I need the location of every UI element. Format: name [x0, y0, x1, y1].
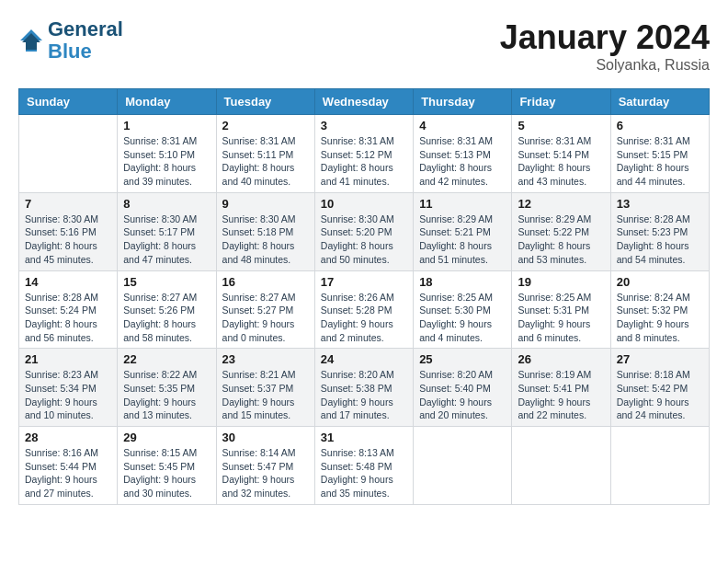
day-number: 16 — [222, 275, 309, 289]
day-number: 17 — [321, 275, 407, 289]
logo-text: GeneralBlue — [48, 18, 123, 63]
weekday-header: Saturday — [610, 89, 709, 115]
calendar-cell: 29Sunrise: 8:15 AMSunset: 5:45 PMDayligh… — [118, 427, 216, 505]
calendar-cell: 16Sunrise: 8:27 AMSunset: 5:27 PMDayligh… — [216, 270, 314, 349]
day-number: 25 — [419, 352, 506, 366]
weekday-header: Wednesday — [314, 89, 413, 115]
day-number: 2 — [222, 119, 309, 132]
day-number: 13 — [617, 197, 703, 211]
day-number: 19 — [518, 275, 604, 289]
day-info: Sunrise: 8:15 AMSunset: 5:45 PMDaylight:… — [123, 446, 210, 500]
month-title: January 2024 — [500, 18, 710, 57]
calendar-cell — [512, 427, 610, 505]
logo-icon — [18, 28, 44, 53]
day-info: Sunrise: 8:25 AMSunset: 5:31 PMDaylight:… — [518, 291, 604, 345]
day-info: Sunrise: 8:31 AMSunset: 5:14 PMDaylight:… — [518, 134, 604, 189]
calendar-table: SundayMondayTuesdayWednesdayThursdayFrid… — [18, 88, 710, 505]
calendar-cell: 5Sunrise: 8:31 AMSunset: 5:14 PMDaylight… — [512, 115, 610, 193]
calendar-cell: 8Sunrise: 8:30 AMSunset: 5:17 PMDaylight… — [118, 192, 216, 270]
calendar-cell: 1Sunrise: 8:31 AMSunset: 5:10 PMDaylight… — [118, 115, 216, 193]
day-number: 28 — [25, 431, 111, 444]
calendar-cell: 10Sunrise: 8:30 AMSunset: 5:20 PMDayligh… — [314, 192, 413, 270]
day-number: 23 — [222, 352, 309, 366]
day-number: 7 — [25, 197, 111, 211]
calendar-cell — [414, 427, 512, 505]
calendar-cell: 2Sunrise: 8:31 AMSunset: 5:11 PMDaylight… — [216, 115, 314, 193]
day-number: 11 — [419, 197, 506, 211]
day-info: Sunrise: 8:22 AMSunset: 5:35 PMDaylight:… — [123, 368, 210, 422]
day-info: Sunrise: 8:19 AMSunset: 5:41 PMDaylight:… — [518, 368, 604, 422]
calendar-cell: 23Sunrise: 8:21 AMSunset: 5:37 PMDayligh… — [216, 349, 314, 427]
calendar-header-row: SundayMondayTuesdayWednesdayThursdayFrid… — [19, 89, 710, 115]
day-info: Sunrise: 8:14 AMSunset: 5:47 PMDaylight:… — [222, 446, 309, 500]
calendar-week-row: 14Sunrise: 8:28 AMSunset: 5:24 PMDayligh… — [19, 270, 710, 349]
day-info: Sunrise: 8:27 AMSunset: 5:27 PMDaylight:… — [222, 291, 309, 345]
day-number: 10 — [321, 197, 407, 211]
day-info: Sunrise: 8:30 AMSunset: 5:16 PMDaylight:… — [25, 213, 111, 267]
calendar-cell — [19, 115, 118, 193]
day-info: Sunrise: 8:30 AMSunset: 5:20 PMDaylight:… — [321, 213, 407, 267]
day-info: Sunrise: 8:26 AMSunset: 5:28 PMDaylight:… — [321, 291, 407, 345]
day-number: 21 — [25, 352, 111, 366]
day-number: 8 — [123, 197, 210, 211]
calendar-cell: 18Sunrise: 8:25 AMSunset: 5:30 PMDayligh… — [414, 270, 512, 349]
day-number: 29 — [123, 431, 210, 444]
calendar-cell: 26Sunrise: 8:19 AMSunset: 5:41 PMDayligh… — [512, 349, 610, 427]
day-info: Sunrise: 8:18 AMSunset: 5:42 PMDaylight:… — [617, 368, 703, 422]
calendar-cell: 17Sunrise: 8:26 AMSunset: 5:28 PMDayligh… — [314, 270, 413, 349]
calendar-cell: 19Sunrise: 8:25 AMSunset: 5:31 PMDayligh… — [512, 270, 610, 349]
calendar-cell: 25Sunrise: 8:20 AMSunset: 5:40 PMDayligh… — [414, 349, 512, 427]
weekday-header: Tuesday — [216, 89, 314, 115]
location: Solyanka, Russia — [500, 57, 710, 74]
day-number: 9 — [222, 197, 309, 211]
weekday-header: Monday — [118, 89, 216, 115]
weekday-header: Thursday — [414, 89, 512, 115]
calendar-week-row: 21Sunrise: 8:23 AMSunset: 5:34 PMDayligh… — [19, 349, 710, 427]
day-number: 3 — [321, 119, 407, 132]
calendar-cell: 6Sunrise: 8:31 AMSunset: 5:15 PMDaylight… — [610, 115, 709, 193]
day-info: Sunrise: 8:29 AMSunset: 5:22 PMDaylight:… — [518, 213, 604, 267]
calendar-cell: 27Sunrise: 8:18 AMSunset: 5:42 PMDayligh… — [610, 349, 709, 427]
day-info: Sunrise: 8:21 AMSunset: 5:37 PMDaylight:… — [222, 368, 309, 422]
day-info: Sunrise: 8:30 AMSunset: 5:17 PMDaylight:… — [123, 213, 210, 267]
day-info: Sunrise: 8:25 AMSunset: 5:30 PMDaylight:… — [419, 291, 506, 345]
logo: GeneralBlue — [18, 18, 123, 63]
calendar-cell: 12Sunrise: 8:29 AMSunset: 5:22 PMDayligh… — [512, 192, 610, 270]
day-info: Sunrise: 8:28 AMSunset: 5:23 PMDaylight:… — [617, 213, 703, 267]
calendar-cell: 20Sunrise: 8:24 AMSunset: 5:32 PMDayligh… — [610, 270, 709, 349]
calendar-cell: 3Sunrise: 8:31 AMSunset: 5:12 PMDaylight… — [314, 115, 413, 193]
day-info: Sunrise: 8:30 AMSunset: 5:18 PMDaylight:… — [222, 213, 309, 267]
day-info: Sunrise: 8:31 AMSunset: 5:15 PMDaylight:… — [617, 134, 703, 189]
day-info: Sunrise: 8:13 AMSunset: 5:48 PMDaylight:… — [321, 446, 407, 500]
day-number: 22 — [123, 352, 210, 366]
calendar-cell: 11Sunrise: 8:29 AMSunset: 5:21 PMDayligh… — [414, 192, 512, 270]
calendar-cell: 31Sunrise: 8:13 AMSunset: 5:48 PMDayligh… — [314, 427, 413, 505]
calendar-cell: 14Sunrise: 8:28 AMSunset: 5:24 PMDayligh… — [19, 270, 118, 349]
day-number: 5 — [518, 119, 604, 132]
calendar-week-row: 28Sunrise: 8:16 AMSunset: 5:44 PMDayligh… — [19, 427, 710, 505]
day-number: 14 — [25, 275, 111, 289]
day-number: 12 — [518, 197, 604, 211]
day-number: 30 — [222, 431, 309, 444]
calendar-week-row: 1Sunrise: 8:31 AMSunset: 5:10 PMDaylight… — [19, 115, 710, 193]
calendar-cell: 7Sunrise: 8:30 AMSunset: 5:16 PMDaylight… — [19, 192, 118, 270]
calendar-cell — [610, 427, 709, 505]
day-number: 27 — [617, 352, 703, 366]
calendar-cell: 21Sunrise: 8:23 AMSunset: 5:34 PMDayligh… — [19, 349, 118, 427]
svg-marker-1 — [22, 33, 40, 50]
day-number: 18 — [419, 275, 506, 289]
page-header: GeneralBlue January 2024 Solyanka, Russi… — [18, 18, 710, 74]
day-number: 15 — [123, 275, 210, 289]
weekday-header: Sunday — [19, 89, 118, 115]
weekday-header: Friday — [512, 89, 610, 115]
day-number: 24 — [321, 352, 407, 366]
calendar-cell: 28Sunrise: 8:16 AMSunset: 5:44 PMDayligh… — [19, 427, 118, 505]
day-info: Sunrise: 8:28 AMSunset: 5:24 PMDaylight:… — [25, 291, 111, 345]
day-info: Sunrise: 8:31 AMSunset: 5:12 PMDaylight:… — [321, 134, 407, 189]
calendar-cell: 13Sunrise: 8:28 AMSunset: 5:23 PMDayligh… — [610, 192, 709, 270]
day-number: 1 — [123, 119, 210, 132]
day-info: Sunrise: 8:27 AMSunset: 5:26 PMDaylight:… — [123, 291, 210, 345]
day-info: Sunrise: 8:31 AMSunset: 5:13 PMDaylight:… — [419, 134, 506, 189]
title-block: January 2024 Solyanka, Russia — [500, 18, 710, 74]
day-info: Sunrise: 8:24 AMSunset: 5:32 PMDaylight:… — [617, 291, 703, 345]
